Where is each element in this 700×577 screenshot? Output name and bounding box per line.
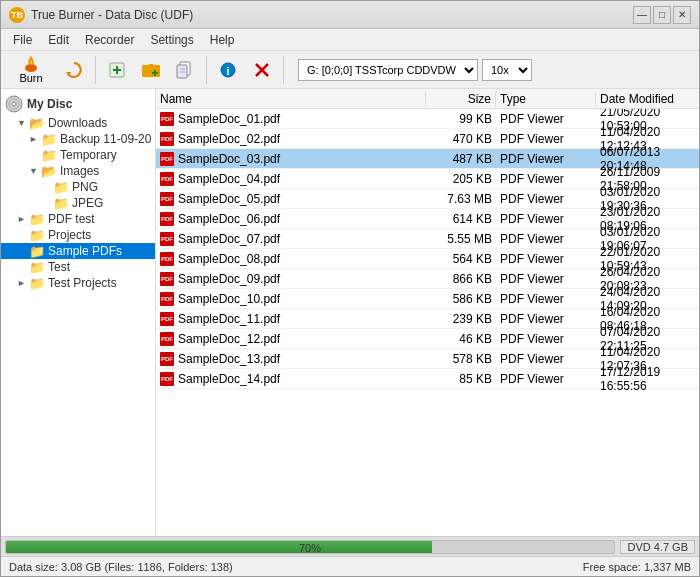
info-button[interactable]: i [213,54,243,86]
sidebar-item-samplepdfs[interactable]: 📁 Sample PDFs [1,243,155,259]
sidebar-item-testprojects[interactable]: ► 📁 Test Projects [1,275,155,291]
svg-point-0 [25,64,37,72]
pdf-icon: PDF [160,172,174,186]
disc-type-label: DVD 4.7 GB [620,540,695,554]
file-type-cell: PDF Viewer [496,352,596,366]
toggle-samplepdfs[interactable] [17,246,29,256]
drive-select-area: G: [0;0;0] TSSTcorp CDDVDW 10x [298,59,532,81]
col-header-name[interactable]: Name [156,92,426,106]
file-type-cell: PDF Viewer [496,292,596,306]
sidebar-item-backup[interactable]: ► 📁 Backup 11-09-20 [1,131,155,147]
window-controls: — □ ✕ [633,6,691,24]
file-size-cell: 5.55 MB [426,232,496,246]
file-name-cell: PDF SampleDoc_14.pdf [156,372,426,386]
toggle-images[interactable]: ▼ [29,166,41,176]
sidebar-item-downloads[interactable]: ▼ 📂 Downloads [1,115,155,131]
file-list-header: Name Size Type Date Modified [156,89,699,109]
file-name-cell: PDF SampleDoc_11.pdf [156,312,426,326]
file-type-cell: PDF Viewer [496,192,596,206]
file-name: SampleDoc_09.pdf [178,272,280,286]
maximize-button[interactable]: □ [653,6,671,24]
sidebar-item-test[interactable]: 📁 Test [1,259,155,275]
toggle-backup[interactable]: ► [29,134,41,144]
toggle-jpeg[interactable] [41,198,53,208]
menu-recorder[interactable]: Recorder [77,31,142,49]
sidebar-label-pdftest: PDF test [48,212,95,226]
sidebar-label-samplepdfs: Sample PDFs [48,244,122,258]
pdf-icon: PDF [160,312,174,326]
sidebar-label-png: PNG [72,180,98,194]
table-row[interactable]: PDF SampleDoc_14.pdf 85 KB PDF Viewer 17… [156,369,699,389]
pdf-icon: PDF [160,292,174,306]
file-type-cell: PDF Viewer [496,372,596,386]
burn-button[interactable]: Burn [7,54,55,86]
menu-help[interactable]: Help [202,31,243,49]
file-type-cell: PDF Viewer [496,272,596,286]
toggle-temporary[interactable] [29,150,41,160]
file-name: SampleDoc_05.pdf [178,192,280,206]
disc-icon [5,95,23,113]
burn-icon [21,55,41,71]
col-header-date[interactable]: Date Modified [596,92,699,106]
menu-file[interactable]: File [5,31,40,49]
progress-bar-area: 70% DVD 4.7 GB [1,536,699,556]
main-window: TB True Burner - Data Disc (UDF) — □ ✕ F… [0,0,700,577]
col-header-size[interactable]: Size [426,92,496,106]
sidebar-item-pdftest[interactable]: ► 📁 PDF test [1,211,155,227]
file-size-cell: 578 KB [426,352,496,366]
toggle-png[interactable] [41,182,53,192]
sidebar-label-downloads: Downloads [48,116,107,130]
sidebar-root[interactable]: My Disc [1,93,155,115]
folder-icon: 📁 [41,132,57,146]
delete-button[interactable] [247,54,277,86]
toggle-testprojects[interactable]: ► [17,278,29,288]
file-date-cell: 17/12/2019 16:55:56 [596,365,699,393]
copy-button[interactable] [170,54,200,86]
toggle-pdftest[interactable]: ► [17,214,29,224]
toggle-test[interactable] [17,262,29,272]
pdf-icon: PDF [160,372,174,386]
speed-dropdown[interactable]: 10x [482,59,532,81]
file-name-cell: PDF SampleDoc_09.pdf [156,272,426,286]
file-type-cell: PDF Viewer [496,112,596,126]
pdf-icon: PDF [160,192,174,206]
sidebar-item-images[interactable]: ▼ 📂 Images [1,163,155,179]
file-type-cell: PDF Viewer [496,312,596,326]
file-name-cell: PDF SampleDoc_13.pdf [156,352,426,366]
svg-point-16 [12,102,16,106]
content-area: My Disc ▼ 📂 Downloads ► 📁 Backup 11-09-2… [1,89,699,536]
folder-icon: 📁 [29,260,45,274]
col-header-type[interactable]: Type [496,92,596,106]
file-name: SampleDoc_02.pdf [178,132,280,146]
drive-dropdown[interactable]: G: [0;0;0] TSSTcorp CDDVDW [298,59,478,81]
new-folder-button[interactable] [136,54,166,86]
file-name: SampleDoc_13.pdf [178,352,280,366]
file-rows-container: PDF SampleDoc_01.pdf 99 KB PDF Viewer 21… [156,109,699,389]
sidebar-item-png[interactable]: 📁 PNG [1,179,155,195]
delete-icon [252,62,272,78]
refresh-button[interactable] [59,54,89,86]
sidebar-item-jpeg[interactable]: 📁 JPEG [1,195,155,211]
sidebar-item-temporary[interactable]: 📁 Temporary [1,147,155,163]
file-name-cell: PDF SampleDoc_04.pdf [156,172,426,186]
close-button[interactable]: ✕ [673,6,691,24]
file-type-cell: PDF Viewer [496,132,596,146]
file-name: SampleDoc_08.pdf [178,252,280,266]
file-type-cell: PDF Viewer [496,232,596,246]
window-title: True Burner - Data Disc (UDF) [31,8,193,22]
menu-bar: File Edit Recorder Settings Help [1,29,699,51]
file-size-cell: 205 KB [426,172,496,186]
file-size-cell: 7.63 MB [426,192,496,206]
file-name-cell: PDF SampleDoc_03.pdf [156,152,426,166]
toggle-projects[interactable] [17,230,29,240]
sidebar-item-projects[interactable]: 📁 Projects [1,227,155,243]
toggle-downloads[interactable]: ▼ [17,118,29,128]
pdf-icon: PDF [160,132,174,146]
file-size-cell: 487 KB [426,152,496,166]
menu-settings[interactable]: Settings [142,31,201,49]
menu-edit[interactable]: Edit [40,31,77,49]
minimize-button[interactable]: — [633,6,651,24]
toolbar-sep-1 [95,56,96,84]
status-bar: Data size: 3.08 GB (Files: 1186, Folders… [1,556,699,576]
add-button[interactable] [102,54,132,86]
